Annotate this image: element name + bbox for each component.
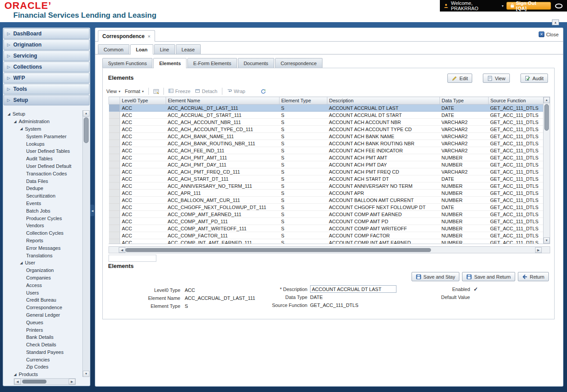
edit-button[interactable]: Edit (447, 74, 472, 83)
sign-out-button[interactable]: Sign Out [QA] (506, 2, 551, 10)
enabled-checkbox-checked-icon[interactable]: ✓ (474, 286, 478, 292)
freeze-button[interactable]: Freeze (168, 88, 190, 94)
tree-item-data-files[interactable]: Data Files (4, 177, 82, 185)
row-selector[interactable] (109, 190, 120, 197)
tree-item-system-parameter[interactable]: System Parameter (4, 132, 82, 140)
column-header-element-name[interactable]: Element Name (166, 97, 280, 105)
return-button[interactable]: Return (518, 272, 549, 281)
table-row[interactable]: ACCACC_CHGOFF_NEXT_FOLLOWUP_DT_111SACCOU… (109, 204, 544, 211)
table-row[interactable]: ACCACC_COMP_FACTOR_111SACCOUNT COMP FACT… (109, 232, 544, 239)
column-header-data-type[interactable]: Data Type (440, 97, 489, 105)
sidebar-item-collections[interactable]: ▷Collections (4, 62, 89, 72)
close-button[interactable]: × Close (539, 31, 559, 37)
column-header-level0-type[interactable]: Level0 Type (120, 97, 166, 105)
row-selector[interactable] (109, 225, 120, 232)
table-row[interactable]: ACCACC_ACH_ACCOUNT_NBR_111SACCOUNT ACH A… (109, 119, 544, 126)
table-row[interactable]: ACCACC_COMP_INT_AMT_EARNED_111SACCOUNT C… (109, 239, 544, 245)
tree-item-general-ledger[interactable]: General Ledger (4, 311, 82, 319)
tree-item-printers[interactable]: Printers (4, 326, 82, 334)
tree-item-administration[interactable]: ◢Administration (4, 118, 82, 125)
column-header-description[interactable]: Description (327, 97, 440, 105)
tab-correspondence[interactable]: Correspondence (275, 58, 322, 68)
row-selector[interactable] (109, 168, 120, 175)
tree-item-users[interactable]: Users (4, 289, 82, 296)
scroll-down-icon[interactable]: ▼ (83, 371, 89, 377)
row-selector[interactable] (109, 175, 120, 182)
tree-item-user[interactable]: ◢User (4, 259, 82, 267)
tree-item-standard-payees[interactable]: Standard Payees (4, 349, 82, 356)
tree-item-events[interactable]: Events (4, 200, 82, 207)
close-tab-icon[interactable]: × (148, 34, 150, 39)
row-selector[interactable] (109, 161, 120, 168)
tree-item-products[interactable]: ◢Products (4, 371, 82, 377)
row-selector[interactable] (109, 147, 120, 154)
tree-item-queues[interactable]: Queues (4, 318, 82, 326)
tree-expand-icon[interactable]: ◢ (14, 373, 16, 376)
row-selector[interactable] (109, 182, 120, 190)
table-row[interactable]: ACCACC_ACH_PMT_FREQ_CD_111SACCOUNT ACH P… (109, 168, 544, 175)
tree-item-zip-codes[interactable]: Zip Codes (4, 363, 82, 371)
tree-item-collection-cycles[interactable]: Collection Cycles (4, 229, 82, 237)
tree-item-bank-details[interactable]: Bank Details (4, 334, 82, 341)
view-button[interactable]: View (483, 74, 510, 83)
table-row[interactable]: ACCACC_ACH_PMT_DAY_111SACCOUNT ACH PMT D… (109, 161, 544, 168)
row-selector[interactable] (109, 112, 120, 119)
sidebar-item-tools[interactable]: ▷Tools (4, 84, 89, 94)
table-row[interactable]: ACCACC_COMP_AMT_PD_111SACCOUNT COMP AMT … (109, 218, 544, 225)
row-selector[interactable] (109, 133, 120, 140)
scroll-left-icon[interactable]: ◀ (119, 247, 125, 253)
tree-hscrollbar[interactable]: ◀ ▶ (14, 378, 76, 385)
row-selector[interactable] (109, 140, 120, 147)
tree-item-lookups[interactable]: Lookups (4, 140, 82, 147)
row-selector[interactable] (109, 232, 120, 239)
scroll-up-icon[interactable]: ▲ (83, 110, 89, 116)
sidebar-item-dashboard[interactable]: ▷DashBoard (4, 28, 89, 39)
tab-common[interactable]: Common (98, 44, 129, 54)
row-selector[interactable] (109, 211, 120, 218)
save-and-stay-button[interactable]: Save and Stay (412, 272, 460, 281)
tree-item-credit-bureau[interactable]: Credit Bureau (4, 296, 82, 304)
format-menu[interactable]: Format▾ (125, 89, 144, 94)
tree-expand-icon[interactable]: ◢ (20, 127, 23, 131)
sidebar-item-setup[interactable]: ▷Setup (4, 95, 89, 105)
tab-lease[interactable]: Lease (176, 44, 201, 54)
save-and-return-button[interactable]: Save and Return (462, 272, 515, 281)
refresh-icon[interactable] (260, 89, 266, 94)
row-selector[interactable] (109, 119, 120, 126)
scroll-up-icon[interactable]: ▲ (544, 97, 550, 103)
row-selector[interactable] (109, 218, 120, 225)
tree-item-error-messages[interactable]: Error Messages (4, 244, 82, 252)
row-selector[interactable] (109, 126, 120, 133)
wrap-button[interactable]: Wrap (227, 88, 245, 94)
tree-expand-icon[interactable]: ◢ (20, 261, 23, 265)
tree-item-system[interactable]: ◢System (4, 125, 82, 133)
sidebar-item-servicing[interactable]: ▷Servicing (4, 50, 89, 61)
table-row[interactable]: ACCACC_ACCRUAL_DT_START_111SACCOUNT ACCR… (109, 112, 544, 119)
tree-item-vendors[interactable]: Vendors (4, 222, 82, 229)
table-row[interactable]: ACCACC_APR_111SACCOUNT APRNUMBERGET_ACC_… (109, 190, 544, 197)
description-input[interactable] (310, 285, 396, 293)
export-icon[interactable] (153, 89, 159, 94)
tree-item-access[interactable]: Access (4, 281, 82, 289)
row-selector[interactable] (109, 154, 120, 161)
tree-item-organization[interactable]: Organization (4, 267, 82, 274)
view-menu[interactable]: View▾ (106, 89, 120, 94)
scroll-right-icon[interactable]: ▶ (535, 247, 542, 253)
tree-item-reports[interactable]: Reports (4, 237, 82, 245)
tree-item-audit-tables[interactable]: Audit Tables (4, 155, 82, 163)
scrollbar-thumb[interactable] (22, 380, 47, 384)
table-row[interactable]: ACCACC_ACH_ACCOUNT_TYPE_CD_111SACCOUNT A… (109, 126, 544, 133)
audit-button[interactable]: Audit (520, 74, 548, 83)
scroll-down-icon[interactable]: ▼ (544, 237, 550, 244)
tree-item-user-defined-tables[interactable]: User Defined Tables (4, 147, 82, 155)
table-vscrollbar[interactable]: ▲ ▼ (543, 97, 550, 244)
table-row[interactable]: ACCACC_ANNIVERSARY_NO_TERM_111SACCOUNT A… (109, 182, 544, 190)
table-row[interactable]: ACCACC_ACH_FEE_IND_111SACCOUNT ACH FEE I… (109, 147, 544, 154)
row-selector[interactable] (109, 197, 120, 204)
scroll-left-icon[interactable]: ◀ (14, 379, 21, 384)
row-selector[interactable] (109, 204, 120, 211)
scrollbar-thumb[interactable] (125, 248, 431, 252)
caret-down-icon[interactable]: ▾ (502, 4, 504, 8)
tree-item-translations[interactable]: Translations (4, 252, 82, 259)
sidebar-collapse-handle[interactable]: ◀ (90, 205, 94, 216)
